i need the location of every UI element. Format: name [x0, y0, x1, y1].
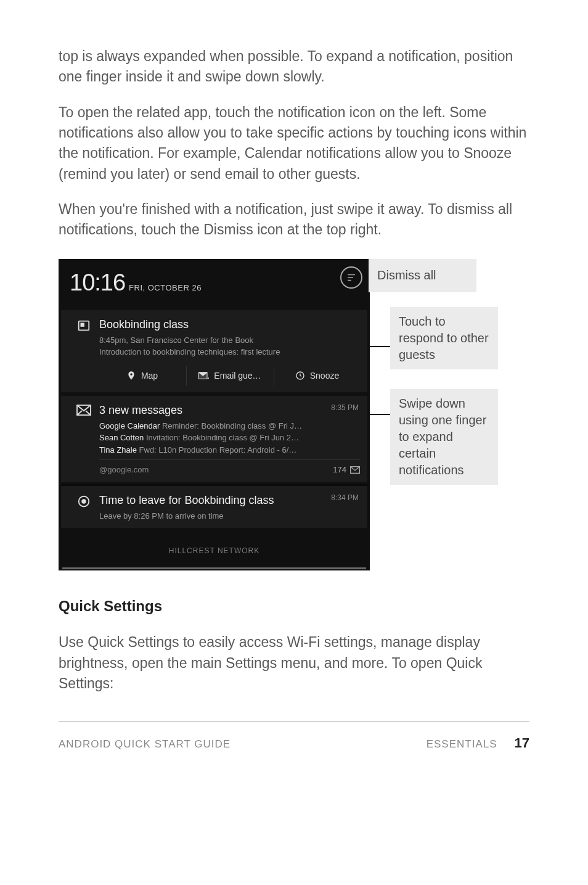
action-map[interactable]: Map: [99, 366, 185, 386]
shade-handle[interactable]: [62, 567, 366, 569]
svg-point-10: [82, 500, 86, 503]
annotation-swipe-expand: Swipe down using one finger to expand ce…: [390, 389, 498, 485]
phone-notification-shade: 10:16 FRI, OCTOBER 26 Bookbinding class …: [59, 259, 370, 571]
section-heading-quick-settings: Quick Settings: [59, 595, 529, 617]
email-message-preview: Sean Cotten Invitation: Bookbinding clas…: [99, 432, 360, 444]
action-snooze[interactable]: Snooze: [274, 366, 360, 386]
action-email-guests[interactable]: + Email gue…: [186, 366, 272, 386]
body-paragraph: When you're finished with a notification…: [59, 199, 529, 241]
notification-calendar[interactable]: Bookbinding class 8:45pm, San Francisco …: [61, 310, 367, 392]
notification-actions: Map + Email gue… Snooze: [99, 364, 360, 386]
email-message-preview: Tina Zhale Fwd: L10n Production Report: …: [99, 444, 360, 456]
footer-section: ESSENTIALS: [427, 736, 497, 752]
email-icon: [76, 405, 91, 476]
email-unread-count: 174: [333, 464, 360, 476]
notification-line: 8:45pm, San Francisco Center for the Boo…: [99, 334, 360, 347]
notification-title: Time to leave for Bookbinding class: [99, 492, 360, 509]
footer-book-title: ANDROID QUICK START GUIDE: [59, 736, 231, 752]
notification-title: 3 new messages: [99, 402, 360, 419]
notification-google-now[interactable]: Time to leave for Bookbinding class 8:34…: [61, 486, 367, 529]
annotation-dismiss-all: Dismiss all: [369, 259, 476, 292]
notification-figure: 10:16 FRI, OCTOBER 26 Bookbinding class …: [59, 259, 529, 571]
calendar-icon: [77, 319, 91, 386]
notification-email[interactable]: 3 new messages 8:35 PM Google Calendar R…: [61, 396, 367, 482]
annotations-column: Dismiss all Touch to respond to other gu…: [370, 259, 529, 571]
body-paragraph: top is always expanded when possible. To…: [59, 46, 529, 88]
shade-header: 10:16 FRI, OCTOBER 26: [59, 259, 370, 308]
footer-divider: [59, 721, 529, 722]
body-paragraph: Use Quick Settings to easily access Wi-F…: [59, 632, 529, 694]
annotation-touch-respond: Touch to respond to other guests: [390, 307, 498, 369]
notification-time: 8:34 PM: [331, 492, 359, 503]
network-label: HILLCREST NETWORK: [59, 532, 370, 567]
body-paragraph: To open the related app, touch the notif…: [59, 102, 529, 184]
notification-line: Introduction to bookbinding techniques: …: [99, 346, 360, 358]
svg-text:+: +: [207, 376, 209, 380]
google-now-icon: [77, 495, 91, 522]
page-footer: ANDROID QUICK START GUIDE ESSENTIALS 17: [59, 733, 529, 753]
email-account: @google.com: [99, 464, 149, 476]
dismiss-all-icon[interactable]: [340, 266, 362, 289]
shade-date: FRI, OCTOBER 26: [129, 282, 202, 294]
page-number: 17: [515, 733, 529, 753]
email-message-preview: Google Calendar Reminder: Bookbinding cl…: [99, 420, 360, 432]
shade-time: 10:16: [70, 265, 125, 300]
notification-time: 8:35 PM: [331, 402, 359, 413]
notification-title: Bookbinding class: [99, 316, 360, 333]
notification-line: Leave by 8:26 PM to arrive on time: [99, 510, 360, 522]
svg-rect-4: [81, 323, 84, 326]
